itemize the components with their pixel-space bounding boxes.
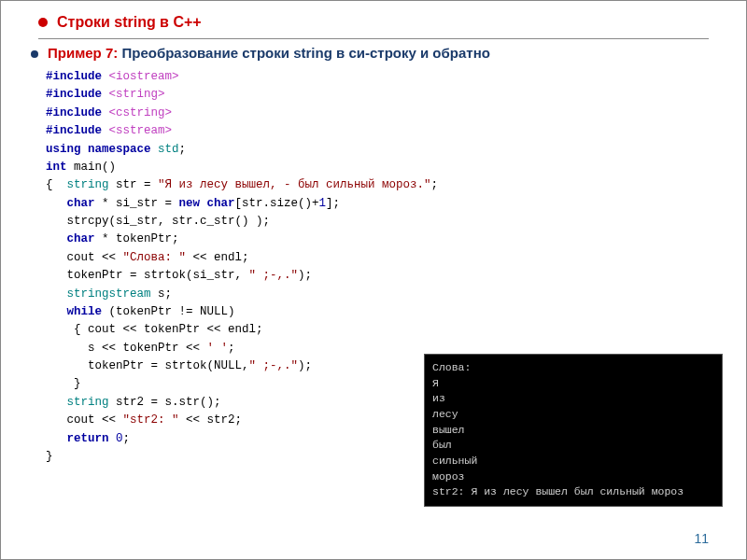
- code-token: main: [74, 161, 102, 174]
- code-token: str =: [116, 178, 158, 191]
- code-token: ;: [123, 432, 131, 445]
- code-token: <sstream>: [109, 124, 173, 137]
- code-token: char: [67, 232, 103, 245]
- example-prefix: Пример 7:: [48, 45, 121, 61]
- title-row: Строки string в С++: [1, 1, 746, 35]
- code-token: using namespace: [46, 143, 158, 156]
- code-token: [46, 396, 67, 409]
- page-number: 11: [694, 531, 709, 546]
- divider: [38, 38, 709, 39]
- code-token: * si_str =: [102, 197, 179, 210]
- code-token: string: [67, 396, 117, 409]
- code-token: int: [46, 161, 74, 174]
- code-token: {: [46, 178, 67, 191]
- code-token: <cstring>: [109, 106, 173, 119]
- code-token: tokenPtr = strtok(si_str,: [46, 269, 249, 282]
- code-token: new: [179, 197, 207, 210]
- code-token: "Я из лесу вышел, - был сильный мороз.": [158, 178, 431, 191]
- example-label: Пример 7: Преобразование строки string в…: [48, 45, 490, 61]
- code-token: " ;-,.": [249, 269, 299, 282]
- code-token: ;: [228, 342, 235, 355]
- console-output: Слова: Я из лесу вышел был сильный мороз…: [424, 354, 723, 507]
- code-token: ;: [431, 178, 439, 191]
- bullet-icon: [38, 18, 48, 27]
- code-token: <iostream>: [109, 70, 179, 83]
- code-token: std: [158, 143, 179, 156]
- code-token: << str2;: [179, 413, 243, 427]
- code-token: [46, 197, 67, 210]
- code-token: cout <<: [46, 413, 123, 427]
- code-token: << endl;: [186, 251, 249, 264]
- code-token: }: [46, 450, 53, 463]
- code-token: str2 = s.str();: [116, 396, 221, 409]
- example-description: Преобразование строки string в си-строку…: [121, 45, 489, 61]
- code-token: [46, 305, 67, 318]
- code-token: "str2: ": [123, 413, 179, 427]
- code-token: [str.size()+: [235, 197, 319, 210]
- code-token: [46, 232, 67, 245]
- code-token: 0: [116, 432, 123, 445]
- code-token: string: [67, 178, 117, 191]
- code-token: );: [298, 359, 312, 372]
- code-token: stringstream: [67, 287, 159, 301]
- code-token: #include: [46, 124, 109, 137]
- code-token: strcpy(si_str, str.c_str() );: [46, 215, 270, 228]
- code-token: #include: [46, 88, 109, 101]
- code-token: [46, 432, 67, 445]
- bullet-icon: [31, 50, 38, 58]
- code-token: tokenPtr = strtok(NULL,: [46, 359, 249, 372]
- code-token: "Слова: ": [123, 251, 187, 264]
- code-token: 1: [319, 197, 327, 210]
- code-token: }: [46, 377, 81, 390]
- code-token: " ;-,.": [249, 359, 299, 372]
- code-token: cout <<: [46, 251, 123, 264]
- code-token: );: [298, 269, 312, 282]
- code-token: s << tokenPtr <<: [46, 342, 207, 355]
- code-token: (tokenPtr != NULL): [109, 305, 235, 318]
- code-token: while: [67, 305, 109, 318]
- code-token: s;: [158, 287, 172, 301]
- code-token: ];: [326, 197, 340, 210]
- code-token: <string>: [109, 88, 165, 101]
- code-token: char: [207, 197, 235, 210]
- code-token: #include: [46, 70, 109, 83]
- slide: Строки string в С++ Пример 7: Преобразов…: [0, 0, 747, 560]
- code-token: { cout << tokenPtr << endl;: [46, 323, 263, 336]
- code-token: * tokenPtr;: [102, 232, 179, 245]
- code-token: return: [67, 432, 117, 445]
- code-token: char: [67, 197, 103, 210]
- slide-title: Строки string в С++: [57, 14, 202, 31]
- code-token: ' ': [207, 342, 229, 355]
- code-token: ;: [179, 143, 187, 156]
- code-token: #include: [46, 106, 109, 119]
- code-token: [46, 287, 67, 301]
- code-token: (): [102, 161, 116, 174]
- subtitle-row: Пример 7: Преобразование строки string в…: [1, 45, 746, 66]
